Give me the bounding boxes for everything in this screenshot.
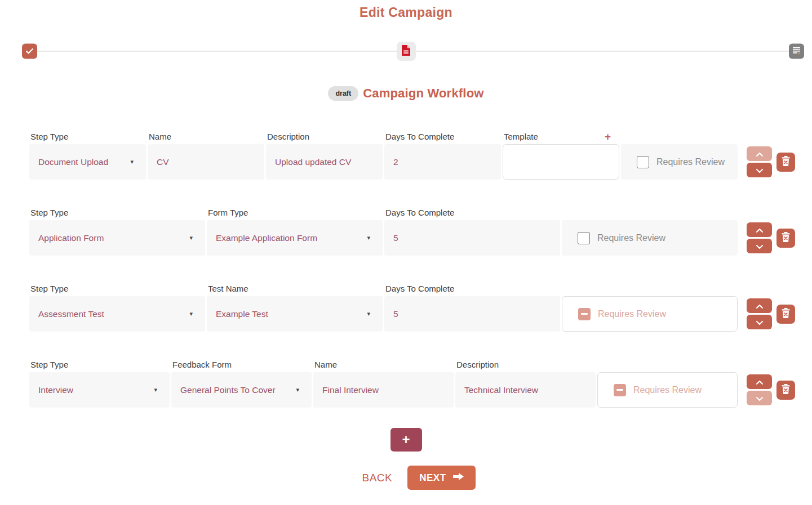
move-step-down-button[interactable]	[747, 315, 772, 329]
test-name-select[interactable]: Example Test ▾	[207, 296, 383, 332]
add-template-button[interactable]: +	[605, 131, 611, 142]
delete-step-button[interactable]	[776, 229, 795, 248]
workflow-step-row-interview: Step Type Interview ▾ Feedback Form Gene…	[0, 357, 812, 408]
trash-icon	[781, 156, 791, 168]
move-step-up-button[interactable]	[747, 298, 772, 313]
field-label: Step Type	[29, 129, 146, 144]
trash-icon	[781, 308, 791, 320]
check-icon	[26, 46, 33, 56]
move-step-down-button[interactable]	[747, 163, 772, 177]
field-label: Description	[455, 357, 596, 372]
field-label: Days To Complete	[384, 281, 560, 296]
requires-review-label: Requires Review	[597, 233, 665, 243]
form-type-select[interactable]: Example Application Form ▾	[207, 220, 383, 256]
name-input[interactable]: CV	[148, 144, 264, 180]
select-value: Application Form	[38, 233, 104, 243]
select-value: General Points To Cover	[180, 385, 276, 395]
chevron-down-icon	[756, 318, 763, 327]
chevron-down-icon: ▾	[130, 158, 134, 166]
requires-review-label: Requires Review	[633, 385, 702, 395]
chevron-down-icon: ▾	[367, 234, 370, 242]
delete-step-button[interactable]	[776, 305, 795, 324]
field-label: Name	[148, 129, 264, 144]
step-type-select[interactable]: Document Upload ▾	[29, 144, 146, 180]
requires-review-label: Requires Review	[598, 309, 666, 319]
select-value: Assessment Test	[38, 309, 104, 319]
trash-icon	[781, 384, 791, 396]
field-label: Feedback Form	[171, 357, 312, 372]
days-to-complete-input[interactable]: 5	[384, 220, 560, 256]
field-label: Test Name	[207, 281, 383, 296]
requires-review-checkbox[interactable]	[637, 156, 649, 168]
chevron-down-icon: ▾	[189, 310, 193, 318]
description-input[interactable]: Technical Interview	[455, 372, 596, 408]
select-value: Document Upload	[38, 157, 108, 167]
field-label: Name	[313, 357, 454, 372]
description-input[interactable]: Upload updated CV	[266, 144, 383, 180]
select-value: Example Application Form	[216, 233, 317, 243]
workflow-steps-list: Step Type Document Upload ▾ Name CV Desc…	[0, 129, 812, 408]
field-label: Description	[266, 129, 383, 144]
back-button[interactable]: BACK	[362, 472, 392, 484]
step-completed[interactable]	[22, 44, 37, 59]
next-button-label: NEXT	[419, 472, 446, 484]
move-step-down-button[interactable]	[747, 391, 772, 405]
step-type-select[interactable]: Interview ▾	[29, 372, 170, 408]
field-label: Template +	[503, 129, 619, 144]
name-input[interactable]: Final Interview	[313, 372, 454, 408]
workflow-step-row-document-upload: Step Type Document Upload ▾ Name CV Desc…	[0, 129, 812, 180]
step-upcoming-summary[interactable]	[789, 44, 804, 59]
status-badge: draft	[328, 86, 358, 101]
feedback-form-select[interactable]: General Points To Cover ▾	[171, 372, 312, 408]
chevron-down-icon: ▾	[189, 234, 193, 242]
next-button[interactable]: NEXT	[407, 466, 475, 490]
chevron-down-icon: ▾	[154, 386, 157, 394]
template-dropzone[interactable]	[503, 144, 619, 180]
step-type-select[interactable]: Application Form ▾	[29, 220, 205, 256]
summary-list-icon	[793, 46, 801, 56]
chevron-up-icon	[756, 150, 763, 158]
requires-review-box: Requires Review	[562, 296, 738, 332]
requires-review-box: Requires Review	[562, 220, 738, 256]
section-heading: draft Campaign Workflow	[0, 86, 812, 101]
move-step-up-button[interactable]	[747, 374, 772, 389]
chevron-up-icon	[756, 378, 763, 386]
requires-review-label: Requires Review	[656, 157, 725, 167]
move-step-up-button[interactable]	[747, 146, 772, 161]
arrow-right-icon	[453, 472, 464, 484]
page-title: Edit Campaign	[0, 0, 812, 20]
requires-review-box: Requires Review	[597, 372, 738, 408]
workflow-step-row-assessment-test: Step Type Assessment Test ▾ Test Name Ex…	[0, 281, 812, 332]
requires-review-box: Requires Review	[621, 144, 738, 180]
workflow-step-row-application-form: Step Type Application Form ▾ Form Type E…	[0, 205, 812, 256]
chevron-down-icon: ▾	[296, 386, 299, 394]
step-current-workflow[interactable]	[397, 42, 416, 61]
chevron-down-icon	[756, 166, 763, 175]
chevron-down-icon	[756, 394, 763, 403]
wizard-stepper	[0, 42, 812, 61]
field-label: Step Type	[29, 357, 170, 372]
field-label: Step Type	[29, 205, 205, 220]
add-step-button[interactable]: +	[391, 428, 422, 452]
requires-review-checkbox-indeterminate	[614, 384, 626, 396]
step-type-select[interactable]: Assessment Test ▾	[29, 296, 205, 332]
move-step-up-button[interactable]	[747, 222, 772, 237]
select-value: Example Test	[216, 309, 268, 319]
requires-review-checkbox[interactable]	[578, 232, 590, 244]
delete-step-button[interactable]	[776, 381, 795, 400]
field-label: Form Type	[207, 205, 383, 220]
requires-review-checkbox-indeterminate	[578, 308, 591, 320]
move-step-down-button[interactable]	[747, 239, 772, 253]
days-to-complete-input[interactable]: 5	[384, 296, 560, 332]
chevron-up-icon	[756, 302, 763, 310]
field-label: Step Type	[29, 281, 205, 296]
chevron-up-icon	[756, 226, 763, 234]
chevron-down-icon	[756, 242, 763, 251]
section-title: Campaign Workflow	[363, 86, 483, 101]
delete-step-button[interactable]	[776, 153, 795, 172]
field-label: Days To Complete	[384, 205, 560, 220]
trash-icon	[781, 232, 791, 244]
select-value: Interview	[38, 385, 73, 395]
document-icon	[402, 45, 410, 58]
days-to-complete-input[interactable]: 2	[384, 144, 501, 180]
